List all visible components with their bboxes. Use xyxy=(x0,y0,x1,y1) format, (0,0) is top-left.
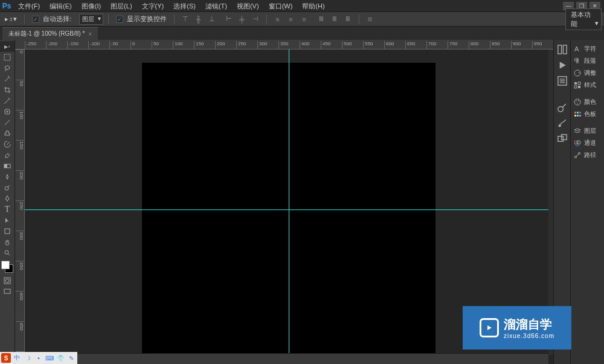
svg-text:A: A xyxy=(574,45,579,53)
distribute-hcenter-icon[interactable]: Ⅲ xyxy=(329,14,341,25)
guide-vertical[interactable] xyxy=(289,49,289,355)
menu-filter[interactable]: 滤镜(T) xyxy=(201,0,232,12)
3d-mode-icon[interactable]: ⧈ xyxy=(364,14,376,25)
taskbar-moon-icon[interactable]: ☽ xyxy=(23,353,33,363)
clone-panel-icon[interactable] xyxy=(556,133,568,145)
blur-tool[interactable] xyxy=(0,171,14,182)
history-brush-tool[interactable] xyxy=(0,139,14,150)
document-tab[interactable]: 未标题-1 @ 100% (RGB/8) * × xyxy=(2,27,98,40)
ruler-horizontal[interactable]: -250-200-150-100-50050100150200250300350… xyxy=(15,40,553,49)
menu-edit[interactable]: 编辑(E) xyxy=(45,0,77,12)
svg-point-25 xyxy=(578,100,579,101)
pen-tool[interactable] xyxy=(0,193,14,204)
svg-rect-5 xyxy=(5,229,10,234)
align-left-icon[interactable]: ⊢ xyxy=(223,14,235,25)
panel-paths[interactable]: 路径 xyxy=(571,150,604,161)
taskbar-tool-icon[interactable]: ✎ xyxy=(66,353,76,363)
eyedropper-tool[interactable] xyxy=(0,95,14,106)
foreground-color-swatch[interactable] xyxy=(1,261,10,269)
align-right-icon[interactable]: ⊣ xyxy=(249,14,262,25)
dodge-tool[interactable] xyxy=(0,182,14,193)
ruler-tick: 550 xyxy=(363,41,373,49)
hand-tool[interactable] xyxy=(0,237,14,247)
brushpreset-panel-icon[interactable] xyxy=(556,117,568,129)
healing-tool[interactable] xyxy=(0,106,14,117)
separator xyxy=(108,14,109,24)
svg-rect-9 xyxy=(4,289,10,293)
ruler-vertical[interactable]: 050100150200250300350400450500 xyxy=(15,49,25,355)
menu-type[interactable]: 文字(Y) xyxy=(137,0,169,12)
taskbar-person-icon[interactable]: • xyxy=(34,353,43,363)
menu-image[interactable]: 图像(I) xyxy=(77,0,106,12)
menu-file[interactable]: 文件(F) xyxy=(13,0,45,12)
auto-select-label: 自动选择: xyxy=(43,14,71,24)
panel-swatches[interactable]: 色板 xyxy=(571,109,604,120)
menu-layer[interactable]: 图层(L) xyxy=(106,0,137,12)
ruler-tick: 450 xyxy=(321,41,330,49)
taskbar-keyboard-icon[interactable]: ⌨ xyxy=(45,353,54,363)
stamp-tool[interactable] xyxy=(0,128,14,139)
panel-column: A字符 段落 调整 样式 颜色 色板 图层 通道 路径 xyxy=(570,40,604,364)
zoom-tool[interactable] xyxy=(0,247,14,258)
taskbar-ime-icon[interactable]: 中 xyxy=(12,353,22,363)
auto-select-option[interactable]: ✓ 自动选择: xyxy=(30,14,74,24)
current-tool-icon[interactable]: ▸‡ ▾ xyxy=(2,15,19,23)
distribute-bottom-icon[interactable]: ≡ xyxy=(298,14,310,25)
path-select-tool[interactable] xyxy=(0,215,14,226)
ruler-tick: 250 xyxy=(236,41,246,49)
history-panel-icon[interactable] xyxy=(556,43,568,56)
quickmask-tool[interactable] xyxy=(0,275,14,286)
move-tool[interactable]: ▸+ xyxy=(0,41,14,52)
distribute-vcenter-icon[interactable]: ≡ xyxy=(285,14,297,25)
lasso-tool[interactable] xyxy=(0,63,14,74)
distribute-right-icon[interactable]: Ⅲ xyxy=(342,14,354,25)
taskbar-sogou-icon[interactable]: S xyxy=(1,353,11,363)
screenmode-tool[interactable] xyxy=(0,286,14,297)
panel-styles[interactable]: 样式 xyxy=(571,80,604,91)
panel-color[interactable]: 颜色 xyxy=(571,97,604,107)
guide-horizontal[interactable] xyxy=(25,209,548,210)
menu-view[interactable]: 视图(V) xyxy=(232,0,264,12)
align-hcenter-icon[interactable]: ╪ xyxy=(236,14,248,25)
ruler-tick: -250 xyxy=(25,41,36,49)
svg-rect-30 xyxy=(574,115,576,117)
panel-adjustments[interactable]: 调整 xyxy=(571,68,604,78)
panel-character[interactable]: A字符 xyxy=(571,43,604,54)
brush-tool[interactable] xyxy=(0,117,14,128)
tab-close-icon[interactable]: × xyxy=(88,31,92,37)
menu-help[interactable]: 帮助(H) xyxy=(297,0,329,12)
taskbar-skin-icon[interactable]: 👕 xyxy=(56,353,65,363)
auto-select-checkbox[interactable]: ✓ xyxy=(32,16,39,23)
workspace-switcher[interactable]: 基本功能 xyxy=(565,8,602,30)
panel-layers[interactable]: 图层 xyxy=(571,126,604,136)
panel-channels[interactable]: 通道 xyxy=(571,138,604,148)
ruler-tick: 700 xyxy=(426,41,436,49)
eraser-tool[interactable] xyxy=(0,150,14,161)
wand-tool[interactable] xyxy=(0,74,14,85)
play-panel-icon[interactable] xyxy=(556,59,568,71)
svg-rect-0 xyxy=(4,54,10,60)
auto-select-target[interactable]: 图层 xyxy=(79,14,103,25)
shape-tool[interactable] xyxy=(0,226,14,237)
ruler-tick: 750 xyxy=(448,41,457,49)
show-transform-option[interactable]: ✓ 显示变换控件 xyxy=(114,14,169,24)
align-vcenter-icon[interactable]: ╫ xyxy=(193,14,205,25)
align-top-icon[interactable]: ⊤ xyxy=(179,14,191,25)
distribute-left-icon[interactable]: Ⅲ xyxy=(315,14,327,25)
show-transform-checkbox[interactable]: ✓ xyxy=(116,16,123,23)
crop-tool[interactable] xyxy=(0,85,14,95)
align-bottom-icon[interactable]: ⊥ xyxy=(206,14,218,25)
panel-paragraph[interactable]: 段落 xyxy=(571,56,604,66)
marquee-tool[interactable] xyxy=(0,52,14,63)
svg-rect-19 xyxy=(574,82,577,85)
menu-window[interactable]: 窗口(W) xyxy=(264,0,298,12)
color-swatches[interactable] xyxy=(0,261,14,275)
distribute-top-icon[interactable]: ≡ xyxy=(272,14,284,25)
ruler-tick: 150 xyxy=(194,41,204,49)
properties-panel-icon[interactable] xyxy=(556,75,568,87)
menu-select[interactable]: 选择(S) xyxy=(169,0,201,12)
type-tool[interactable]: T xyxy=(0,204,14,215)
gradient-tool[interactable] xyxy=(0,161,14,171)
brush-panel-icon[interactable] xyxy=(556,101,568,113)
ruler-tick: 800 xyxy=(469,41,478,49)
